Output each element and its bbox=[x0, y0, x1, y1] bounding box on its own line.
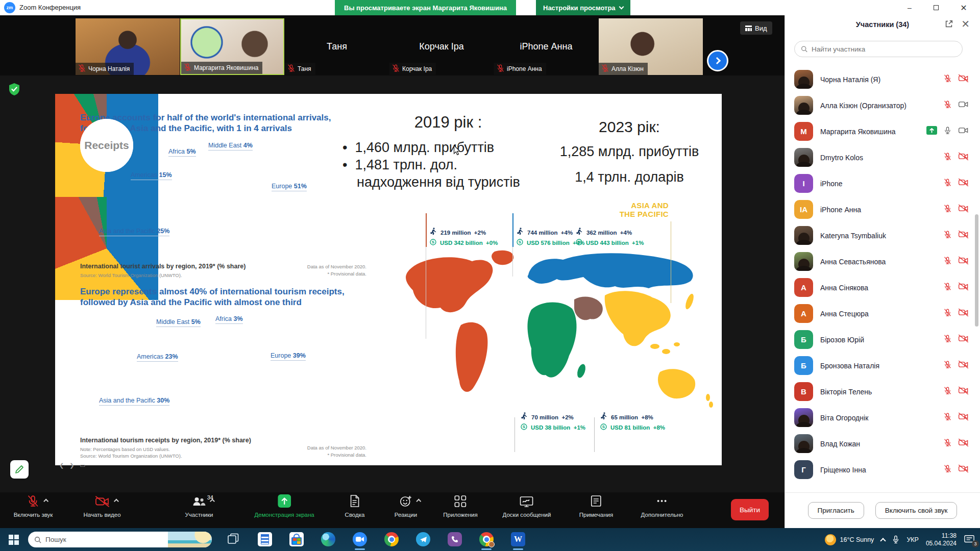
mic-on-icon[interactable] bbox=[943, 126, 952, 137]
mic-muted-icon[interactable] bbox=[943, 178, 952, 189]
camera-off-icon[interactable] bbox=[958, 178, 969, 189]
video-tile[interactable]: Алла Кізюн bbox=[599, 18, 703, 75]
toolbar-mic-off-button[interactable]: Включить звук bbox=[14, 495, 53, 518]
video-tile[interactable]: iPhone АннаiPhone Анна bbox=[494, 18, 598, 75]
taskbar-app-edge[interactable] bbox=[320, 531, 336, 547]
camera-on-icon[interactable] bbox=[958, 126, 969, 137]
mic-muted-icon[interactable] bbox=[943, 308, 952, 319]
mic-muted-icon[interactable] bbox=[943, 464, 952, 475]
minimize-button[interactable]: – bbox=[898, 0, 921, 15]
chevron-up-icon[interactable] bbox=[210, 499, 215, 504]
video-tile[interactable]: Маргарита Яковишина bbox=[180, 18, 284, 75]
toolbar-summary-button[interactable]: Сводка bbox=[345, 495, 365, 518]
notification-center-icon[interactable]: 3 bbox=[964, 534, 976, 545]
participant-row[interactable]: Віта Огороднік bbox=[785, 405, 980, 431]
participant-row[interactable]: Kateryna Tsymbaliuk bbox=[785, 222, 980, 248]
video-tile[interactable]: Корчак ІраКорчак Іра bbox=[389, 18, 494, 75]
taskbar-app-viber[interactable] bbox=[447, 531, 463, 547]
chevron-up-icon[interactable] bbox=[44, 499, 49, 504]
toolbar-reactions-button[interactable]: Реакции bbox=[395, 495, 417, 518]
annotation-pencil-icon[interactable] bbox=[10, 460, 29, 479]
taskbar-app-task-view[interactable] bbox=[225, 531, 241, 547]
chevron-up-icon[interactable] bbox=[114, 499, 119, 504]
mic-muted-icon[interactable] bbox=[943, 152, 952, 163]
camera-off-icon[interactable] bbox=[958, 256, 969, 267]
language-indicator[interactable]: УКР bbox=[906, 536, 919, 543]
taskbar-app-chrome[interactable] bbox=[383, 531, 400, 547]
close-button[interactable]: ✕ bbox=[952, 0, 975, 15]
view-settings-button[interactable]: Настройки просмотра bbox=[536, 0, 630, 15]
start-button[interactable] bbox=[6, 532, 21, 547]
camera-off-icon[interactable] bbox=[958, 230, 969, 241]
participant-row[interactable]: ББірозов Юрій bbox=[785, 327, 980, 353]
weather-widget[interactable]: 16°C Sunny bbox=[825, 534, 874, 545]
participant-row[interactable]: Влад Кожан bbox=[785, 431, 980, 457]
taskbar-search-box[interactable]: Пошук bbox=[28, 532, 212, 547]
participant-row[interactable]: ААнна Стецюра bbox=[785, 300, 980, 327]
participant-row[interactable]: ААнна Сінякова bbox=[785, 274, 980, 300]
participant-row[interactable]: Dmytro Kolos bbox=[785, 144, 980, 170]
participant-row[interactable]: Алла Кізюн (Организатор) bbox=[785, 92, 980, 118]
camera-on-icon[interactable] bbox=[958, 100, 969, 111]
taskbar-app-zoom[interactable] bbox=[352, 531, 368, 547]
mic-muted-icon[interactable] bbox=[943, 360, 952, 371]
participant-row[interactable]: IiPhone bbox=[785, 170, 980, 196]
camera-off-icon[interactable] bbox=[958, 308, 969, 319]
camera-off-icon[interactable] bbox=[958, 412, 969, 423]
toolbar-share-button[interactable]: Демонстрация экрана bbox=[254, 495, 314, 518]
video-tile[interactable]: Чорна Наталія bbox=[76, 18, 180, 75]
camera-off-icon[interactable] bbox=[958, 386, 969, 397]
taskbar-clock[interactable]: 11:38 05.04.2024 bbox=[926, 532, 957, 547]
mic-muted-icon[interactable] bbox=[943, 334, 952, 345]
taskbar-app-word[interactable]: W bbox=[510, 531, 526, 547]
mic-muted-icon[interactable] bbox=[943, 204, 952, 215]
chevron-up-icon[interactable] bbox=[416, 499, 422, 504]
panel-scrollbar[interactable] bbox=[975, 214, 978, 327]
participant-row[interactable]: Анна Севастьянова bbox=[785, 248, 980, 274]
leave-button[interactable]: Выйти bbox=[731, 499, 769, 520]
mic-muted-icon[interactable] bbox=[943, 256, 952, 267]
mic-muted-icon[interactable] bbox=[943, 282, 952, 293]
taskbar-app-store[interactable] bbox=[288, 531, 305, 547]
camera-off-icon[interactable] bbox=[958, 438, 969, 449]
camera-off-icon[interactable] bbox=[958, 334, 969, 345]
camera-off-icon[interactable] bbox=[958, 282, 969, 293]
participant-row[interactable]: ММаргарита Яковишина bbox=[785, 118, 980, 144]
camera-off-icon[interactable] bbox=[958, 464, 969, 475]
toolbar-apps-button[interactable]: Приложения bbox=[443, 495, 477, 518]
next-participants-button[interactable] bbox=[707, 50, 728, 71]
mic-muted-icon[interactable] bbox=[943, 230, 952, 241]
unmute-self-button[interactable]: Включить свой звук bbox=[875, 502, 958, 519]
toolbar-cam-off-button[interactable]: Начать видео bbox=[83, 495, 120, 518]
participant-row[interactable]: ББронзова Наталія bbox=[785, 353, 980, 379]
mic-muted-icon[interactable] bbox=[943, 74, 952, 85]
video-tile[interactable]: ТаняТаня bbox=[285, 18, 389, 75]
camera-off-icon[interactable] bbox=[958, 152, 969, 163]
camera-off-icon[interactable] bbox=[958, 204, 969, 215]
participant-row[interactable]: ВВікторія Телень bbox=[785, 379, 980, 405]
camera-off-icon[interactable] bbox=[958, 360, 969, 371]
toolbar-more-button[interactable]: Дополнительно bbox=[641, 495, 683, 518]
mic-muted-icon[interactable] bbox=[943, 100, 952, 111]
camera-off-icon[interactable] bbox=[958, 74, 969, 85]
taskbar-app-telegram[interactable] bbox=[415, 531, 431, 547]
search-participant-input[interactable] bbox=[812, 45, 956, 53]
popout-icon[interactable] bbox=[944, 19, 953, 31]
close-panel-icon[interactable]: ✕ bbox=[961, 18, 970, 30]
toolbar-notes-button[interactable]: Примечания bbox=[579, 495, 613, 518]
mic-muted-icon[interactable] bbox=[943, 386, 952, 397]
taskbar-app-chrome-profile[interactable] bbox=[478, 531, 495, 547]
mic-muted-icon[interactable] bbox=[943, 438, 952, 449]
mic-muted-icon[interactable] bbox=[943, 412, 952, 423]
tray-mic-icon[interactable] bbox=[892, 535, 899, 544]
tray-chevron-icon[interactable] bbox=[880, 538, 886, 543]
participant-row[interactable]: Чорна Наталія (Я) bbox=[785, 66, 980, 92]
participant-row[interactable]: IAiPhone Анна bbox=[785, 196, 980, 222]
presentation-tools[interactable]: ❮ ❯ ▭ bbox=[59, 462, 87, 469]
taskbar-app-reader[interactable] bbox=[257, 531, 273, 547]
toolbar-whiteboard-button[interactable]: Доски сообщений bbox=[503, 495, 551, 518]
participant-row[interactable]: ГГріщенко Інна bbox=[785, 457, 980, 483]
invite-button[interactable]: Пригласить bbox=[808, 502, 864, 519]
search-participant-box[interactable] bbox=[794, 41, 963, 57]
maximize-button[interactable] bbox=[925, 0, 947, 15]
